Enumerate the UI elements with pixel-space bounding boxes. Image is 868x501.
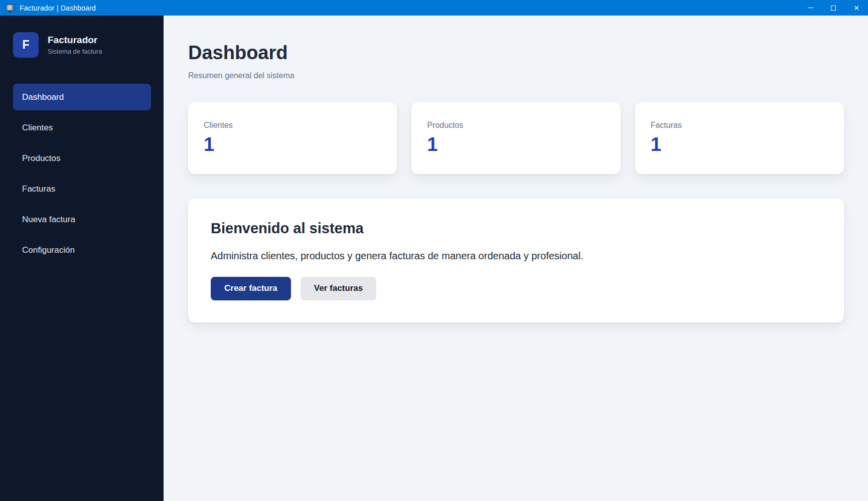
maximize-icon xyxy=(831,6,836,11)
sidebar-item-label: Dashboard xyxy=(22,92,64,102)
sidebar-item-clientes[interactable]: Clientes xyxy=(13,114,151,141)
stat-label: Productos xyxy=(427,121,605,130)
app-body: F Facturador Sistema de factura Dashboar… xyxy=(0,16,868,501)
main-content: Dashboard Resumen general del sistema Cl… xyxy=(164,16,868,501)
stat-card-facturas: Facturas 1 xyxy=(635,102,844,174)
app-window: Facturador | Dashboard ✕ F Facturador Si… xyxy=(0,0,868,501)
ver-facturas-button[interactable]: Ver facturas xyxy=(301,277,376,300)
sidebar-item-label: Configuración xyxy=(22,245,75,255)
brand-text: Facturador Sistema de factura xyxy=(48,35,102,55)
welcome-card: Bienvenido al sistema Administra cliente… xyxy=(188,199,844,322)
maximize-button[interactable] xyxy=(822,0,845,16)
stat-card-clientes: Clientes 1 xyxy=(188,102,397,174)
window-title: Facturador | Dashboard xyxy=(20,4,96,12)
brand-tagline: Sistema de factura xyxy=(48,48,102,55)
sidebar-item-nueva-factura[interactable]: Nueva factura xyxy=(13,206,151,233)
stat-value: 1 xyxy=(651,134,828,155)
page-subtitle: Resumen general del sistema xyxy=(188,71,844,80)
stat-card-productos: Productos 1 xyxy=(411,102,620,174)
stat-value: 1 xyxy=(204,134,381,155)
close-icon: ✕ xyxy=(853,5,859,12)
sidebar-item-dashboard[interactable]: Dashboard xyxy=(13,84,151,110)
titlebar: Facturador | Dashboard ✕ xyxy=(0,0,868,16)
app-icon xyxy=(5,3,15,13)
sidebar: F Facturador Sistema de factura Dashboar… xyxy=(0,16,164,501)
stat-label: Facturas xyxy=(651,121,828,130)
minimize-button[interactable] xyxy=(799,0,822,16)
stats-row: Clientes 1 Productos 1 Facturas 1 xyxy=(188,102,844,174)
close-button[interactable]: ✕ xyxy=(845,0,868,16)
window-controls: ✕ xyxy=(799,0,868,16)
sidebar-item-label: Productos xyxy=(22,153,61,163)
stat-value: 1 xyxy=(427,134,605,155)
sidebar-item-configuracion[interactable]: Configuración xyxy=(13,237,151,263)
sidebar-item-facturas[interactable]: Facturas xyxy=(13,176,151,202)
brand-logo: F xyxy=(13,32,39,58)
stat-label: Clientes xyxy=(204,121,381,130)
welcome-title: Bienvenido al sistema xyxy=(211,220,823,237)
sidebar-menu: Dashboard Clientes Productos Facturas Nu… xyxy=(0,84,164,263)
crear-factura-button[interactable]: Crear factura xyxy=(211,277,291,300)
page-title: Dashboard xyxy=(188,43,844,64)
welcome-description: Administra clientes, productos y genera … xyxy=(211,250,823,262)
welcome-actions: Crear factura Ver facturas xyxy=(211,277,823,300)
sidebar-item-label: Clientes xyxy=(22,123,53,133)
brand: F Facturador Sistema de factura xyxy=(0,32,164,58)
minimize-icon xyxy=(808,8,813,8)
sidebar-item-productos[interactable]: Productos xyxy=(13,145,151,172)
brand-name: Facturador xyxy=(48,35,102,46)
sidebar-item-label: Nueva factura xyxy=(22,215,75,225)
sidebar-item-label: Facturas xyxy=(22,184,55,194)
